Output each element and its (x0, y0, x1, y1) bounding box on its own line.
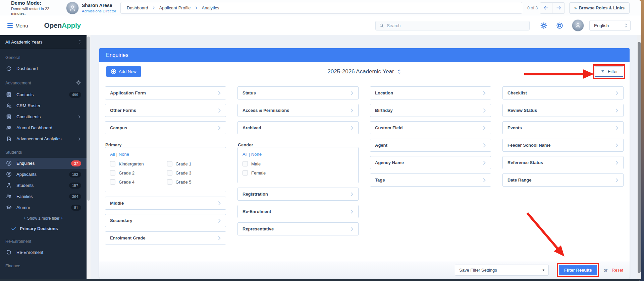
filter-field-checklist[interactable]: Checklist (502, 86, 624, 99)
filter-field-review-status[interactable]: Review Status (502, 104, 624, 117)
checkbox-option-grade-2[interactable]: Grade 2 (110, 170, 164, 175)
checkbox[interactable] (243, 161, 248, 166)
checkbox-option-grade-3[interactable]: Grade 3 (167, 170, 221, 175)
filter-group-box: All|NoneMaleFemale (237, 147, 359, 183)
filter-field-events[interactable]: Events (502, 121, 624, 134)
settings-gear-icon[interactable] (540, 22, 547, 29)
current-user[interactable]: Sharon Arese Admissions Director (66, 2, 117, 14)
filter-field-feeder-school-name[interactable]: Feeder School Name (502, 139, 624, 152)
sidebar-item-alumni-dashboard[interactable]: Alumni Dashboard (0, 122, 87, 133)
breadcrumb-item-applicant-profile[interactable]: Applicant Profile (159, 5, 191, 10)
filter-fields: Application FormOther FormsCampusPrimary… (99, 81, 630, 261)
sidebar-item-applicants[interactable]: Applicants192 (0, 169, 87, 180)
filter-field-representative[interactable]: Representative (237, 222, 359, 235)
sidebar-item-label: Students (16, 183, 34, 188)
prev-arrow-button[interactable] (540, 2, 552, 14)
filter-field-other-forms[interactable]: Other Forms (105, 104, 226, 117)
sidebar-item-constituents[interactable]: Constituents (0, 111, 87, 122)
show-more-filters-link[interactable]: + Show 1 more filter + (0, 216, 87, 221)
academic-year-selector[interactable]: All Academic Years (0, 35, 87, 49)
sidebar-scrollbar-thumb[interactable] (87, 37, 90, 201)
sidebar-item-alumni[interactable]: Alumni81 (0, 202, 87, 213)
checkbox-option-grade-5[interactable]: Grade 5 (167, 179, 221, 185)
search-box[interactable] (375, 21, 530, 30)
search-input[interactable] (387, 23, 526, 28)
checkbox[interactable] (167, 179, 172, 185)
filter-field-archived[interactable]: Archived (237, 121, 359, 134)
sidebar-item-dashboard[interactable]: Dashboard (0, 63, 87, 74)
sidebar-item-label: Contacts (16, 92, 34, 97)
page-title: Enquiries (106, 52, 128, 58)
breadcrumb-item-dashboard[interactable]: Dashboard (127, 5, 148, 10)
sidebar-item-crm-roster[interactable]: CRM Roster (0, 100, 87, 111)
user-avatar[interactable] (572, 19, 584, 31)
sidebar-item-students[interactable]: Students157 (0, 180, 87, 191)
filter-field-birthday[interactable]: Birthday (370, 104, 491, 117)
checkbox-option-kindergarten[interactable]: Kindergarten (110, 161, 164, 166)
filter-field-label: Representative (243, 226, 274, 231)
main-content: Enquiries Add New 2025-2026 Academic Yea… (91, 35, 637, 279)
reset-link[interactable]: Reset (612, 268, 623, 273)
filter-field-secondary[interactable]: Secondary (105, 214, 226, 227)
help-lifebuoy-icon[interactable] (556, 22, 563, 29)
gear-icon[interactable] (76, 80, 81, 86)
filter-field-date-range[interactable]: Date Range (502, 173, 624, 187)
sidebar-item-contacts[interactable]: Contacts499 (0, 89, 87, 100)
checkbox[interactable] (167, 161, 172, 166)
breadcrumb-item-analytics[interactable]: Analytics (202, 5, 219, 10)
select-none-link[interactable]: None (119, 152, 129, 157)
main-academic-year-selector[interactable]: 2025-2026 Academic Year (327, 68, 401, 75)
filter-field-label: Events (507, 125, 522, 130)
filter-field-registration[interactable]: Registration (237, 188, 359, 201)
filter-field-enrolment-grade[interactable]: Enrolment Grade (105, 231, 226, 244)
checkbox[interactable] (110, 179, 115, 185)
filter-field-re-enrolment[interactable]: Re-Enrolment (237, 205, 359, 218)
checkbox-option-male[interactable]: Male (243, 161, 354, 166)
sidebar-item-advancement-analytics[interactable]: Advancement Analytics (0, 133, 87, 144)
user-avatar[interactable] (66, 2, 79, 14)
filter-field-application-form[interactable]: Application Form (105, 86, 226, 99)
save-filter-settings-select[interactable]: Save Filter Settings ▾ (455, 265, 549, 276)
checkbox-option-grade-4[interactable]: Grade 4 (110, 179, 164, 185)
user-info: Sharon Arese Admissions Director (82, 3, 116, 13)
menu-label[interactable]: Menu (15, 23, 28, 28)
hamburger-menu-icon[interactable] (7, 23, 13, 28)
checkbox-option-female[interactable]: Female (243, 170, 354, 175)
sidebar-item-enquiries[interactable]: Enquiries37 (0, 158, 87, 169)
filter-field-access-permissions[interactable]: Access & Permissions (237, 104, 359, 117)
openapply-logo[interactable]: OpenApply (44, 21, 81, 29)
checkbox-option-grade-1[interactable]: Grade 1 (167, 161, 221, 166)
add-new-button[interactable]: Add New (106, 66, 141, 77)
filter-field-custom-field[interactable]: Custom Field (370, 121, 491, 134)
filter-field-agency-name[interactable]: Agency Name (370, 156, 491, 169)
checkbox[interactable] (110, 161, 115, 166)
checkbox[interactable] (167, 170, 172, 175)
next-arrow-button[interactable] (552, 2, 565, 14)
language-select[interactable]: English (589, 20, 631, 31)
filter-field-status[interactable]: Status (237, 86, 359, 99)
filter-button[interactable]: Filter (595, 66, 623, 77)
filter-field-campus[interactable]: Campus (105, 121, 226, 134)
main-academic-year-label: 2025-2026 Academic Year (327, 68, 394, 75)
sidebar-item-primary-decisions[interactable]: Primary Decisions (0, 223, 87, 233)
page-scrollbar-thumb[interactable] (638, 42, 641, 273)
filter-results-button[interactable]: Filter Results (559, 265, 597, 275)
chevron-right-icon (614, 90, 620, 96)
select-all-link[interactable]: All (243, 152, 247, 157)
filter-column-1: Application FormOther FormsCampusPrimary… (105, 86, 226, 244)
chevron-right-icon (217, 218, 222, 223)
filter-field-agent[interactable]: Agent (370, 139, 491, 152)
chevron-right-icon (614, 108, 620, 113)
select-none-link[interactable]: None (251, 152, 262, 157)
browse-roles-links-button[interactable]: » Browse Roles & Links (569, 2, 630, 14)
filter-field-reference-status[interactable]: Reference Status (502, 156, 624, 169)
sidebar-item-re-enrolment[interactable]: Re-Enrolment (0, 247, 87, 258)
checkbox[interactable] (243, 170, 248, 175)
filter-field-tags[interactable]: Tags (370, 173, 491, 187)
checkbox[interactable] (110, 170, 115, 175)
sidebar-item-families[interactable]: Families364 (0, 191, 87, 202)
filter-field-middle[interactable]: Middle (105, 197, 226, 210)
sidebar-item-label: Enquiries (16, 161, 35, 166)
select-all-link[interactable]: All (110, 152, 115, 157)
filter-field-location[interactable]: Location (370, 86, 491, 99)
